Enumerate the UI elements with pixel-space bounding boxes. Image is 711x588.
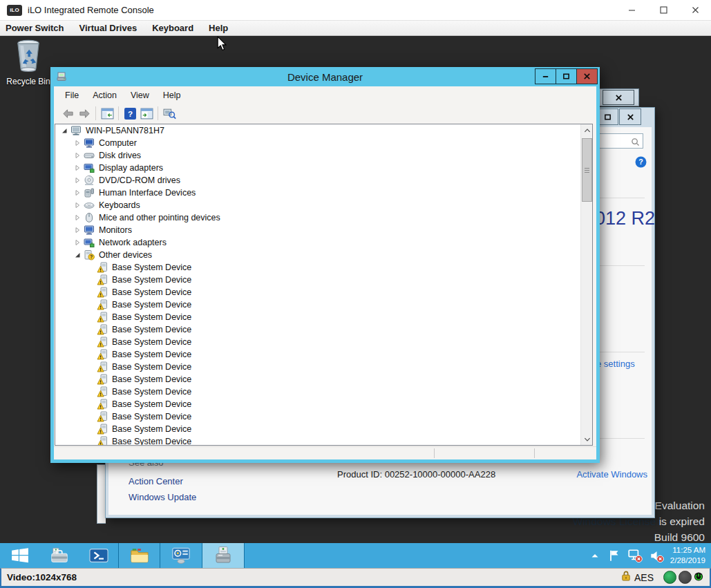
network-status-icon[interactable] xyxy=(627,549,643,563)
minimize-button[interactable] xyxy=(616,0,647,20)
dm-menu-file[interactable]: File xyxy=(58,89,86,104)
tree-item[interactable]: Base System Device xyxy=(55,261,592,274)
tree-item[interactable]: Base System Device xyxy=(55,386,592,398)
search-box[interactable] xyxy=(595,133,643,149)
dm-menu-action[interactable]: Action xyxy=(86,89,124,104)
search-icon[interactable] xyxy=(631,137,640,146)
taskbar-file-explorer-button[interactable] xyxy=(118,543,160,568)
expander-collapsed-icon[interactable] xyxy=(74,202,82,209)
change-settings-link[interactable]: e settings xyxy=(596,359,635,369)
action-center-flag-icon[interactable] xyxy=(607,549,621,562)
tree-item[interactable]: Base System Device xyxy=(55,298,592,311)
expander-collapsed-icon[interactable] xyxy=(74,227,82,234)
tree-item[interactable]: Base System Device xyxy=(55,373,592,386)
system-close-button[interactable] xyxy=(619,108,641,125)
recycle-bin-label: Recycle Bin xyxy=(6,77,51,86)
activate-windows-link[interactable]: Activate Windows xyxy=(576,469,647,480)
dm-close-button[interactable] xyxy=(576,68,598,84)
recycle-bin-shortcut[interactable]: Recycle Bin xyxy=(6,37,51,86)
tree-item-label: Base System Device xyxy=(112,374,191,384)
unknown-device-warning-icon xyxy=(97,399,108,410)
scan-hardware-changes-icon[interactable] xyxy=(161,106,178,121)
tree-item[interactable]: Base System Device xyxy=(55,410,592,423)
show-console-tree-icon[interactable] xyxy=(99,106,115,121)
expander-collapsed-icon[interactable] xyxy=(74,177,82,184)
show-action-pane-icon[interactable] xyxy=(138,106,155,121)
expander-placeholder xyxy=(87,326,95,334)
ilo-menu-help[interactable]: Help xyxy=(201,21,236,35)
background-window-close-button[interactable] xyxy=(603,90,634,105)
start-button[interactable] xyxy=(0,543,39,568)
dm-menu-view[interactable]: View xyxy=(124,89,156,104)
tree-item[interactable]: Base System Device xyxy=(55,361,592,373)
expander-expanded-icon[interactable] xyxy=(61,127,68,135)
forward-icon[interactable] xyxy=(76,106,93,121)
expander-collapsed-icon[interactable] xyxy=(74,214,82,222)
tree-item[interactable]: Base System Device xyxy=(55,311,592,323)
back-icon[interactable] xyxy=(59,106,76,121)
unknown-device-warning-icon xyxy=(97,436,108,446)
help-icon[interactable]: ? xyxy=(122,106,138,121)
dm-minimize-button[interactable] xyxy=(535,68,556,84)
help-icon[interactable]: ? xyxy=(635,156,647,168)
cd-drive-icon xyxy=(84,175,95,186)
status-led-gray xyxy=(679,571,692,584)
unknown-device-warning-icon xyxy=(97,336,108,348)
expander-collapsed-icon[interactable] xyxy=(74,140,82,147)
tree-item[interactable]: Mice and other pointing devices xyxy=(55,211,592,224)
svg-text:?: ? xyxy=(90,254,93,259)
scroll-up-button[interactable] xyxy=(581,124,593,136)
maximize-button[interactable] xyxy=(647,0,679,20)
taskbar-control-panel-button[interactable] xyxy=(160,543,202,568)
tree-item[interactable]: Base System Device xyxy=(55,286,592,298)
expander-expanded-icon[interactable] xyxy=(74,252,82,259)
taskbar-device-manager-button[interactable] xyxy=(202,543,245,568)
taskbar-server-manager-button[interactable] xyxy=(39,543,79,568)
expander-collapsed-icon[interactable] xyxy=(74,152,82,160)
tree-item[interactable]: Network adapters xyxy=(55,236,592,249)
ilo-menu-keyboard[interactable]: Keyboard xyxy=(144,21,201,35)
show-hidden-icons-button[interactable] xyxy=(591,553,599,558)
tree-item[interactable]: Keyboards xyxy=(55,199,592,211)
ilo-menu-power-switch[interactable]: Power Switch xyxy=(0,21,72,35)
tree-item-label: Base System Device xyxy=(112,300,191,310)
tree-item[interactable]: Base System Device xyxy=(55,435,592,446)
tree-item[interactable]: Base System Device xyxy=(55,348,592,361)
tree-item[interactable]: WIN-PL5ANN781H7 xyxy=(55,124,592,137)
scroll-down-button[interactable] xyxy=(581,433,593,445)
ilo-status-bar: Video:1024x768 AES xyxy=(0,568,711,588)
volume-status-icon[interactable] xyxy=(649,549,664,563)
device-manager-titlebar[interactable]: Device Manager xyxy=(50,67,600,86)
tree-item[interactable]: Monitors xyxy=(55,224,592,236)
vertical-scrollbar[interactable] xyxy=(580,124,592,445)
scrollbar-thumb[interactable] xyxy=(582,138,592,202)
tree-item[interactable]: Human Interface Devices xyxy=(55,187,592,199)
tree-item[interactable]: Computer xyxy=(55,137,592,149)
ilo-menu-virtual-drives[interactable]: Virtual Drives xyxy=(72,21,145,35)
expander-collapsed-icon[interactable] xyxy=(74,164,82,172)
action-center-link[interactable]: Action Center xyxy=(129,476,183,486)
tree-item[interactable]: Base System Device xyxy=(55,398,592,410)
tree-item[interactable]: Disk drives xyxy=(55,149,592,162)
dm-maximize-button[interactable] xyxy=(556,68,577,84)
taskbar-clock[interactable]: 11:25 AM 2/28/2019 xyxy=(670,545,705,566)
tree-item[interactable]: Base System Device xyxy=(55,336,592,348)
search-input[interactable] xyxy=(596,135,629,147)
unknown-device-warning-icon xyxy=(97,312,108,323)
close-button[interactable] xyxy=(679,0,711,20)
expander-collapsed-icon[interactable] xyxy=(74,189,82,197)
clock-time: 11:25 AM xyxy=(670,545,705,556)
tree-item[interactable]: DVD/CD-ROM drives xyxy=(55,174,592,187)
tree-item[interactable]: ?Other devices xyxy=(55,249,592,261)
windows-update-link[interactable]: Windows Update xyxy=(129,492,196,502)
expander-collapsed-icon[interactable] xyxy=(74,239,82,247)
dm-menu-help[interactable]: Help xyxy=(156,89,188,104)
taskbar-powershell-button[interactable] xyxy=(79,543,118,568)
expander-placeholder xyxy=(87,438,95,446)
power-status-icon[interactable] xyxy=(694,571,708,585)
tree-item[interactable]: Display adapters xyxy=(55,162,592,174)
tree-item[interactable]: Base System Device xyxy=(55,274,592,286)
tree-item[interactable]: Base System Device xyxy=(55,423,592,435)
tree-item[interactable]: Base System Device xyxy=(55,323,592,336)
expander-placeholder xyxy=(87,264,95,272)
